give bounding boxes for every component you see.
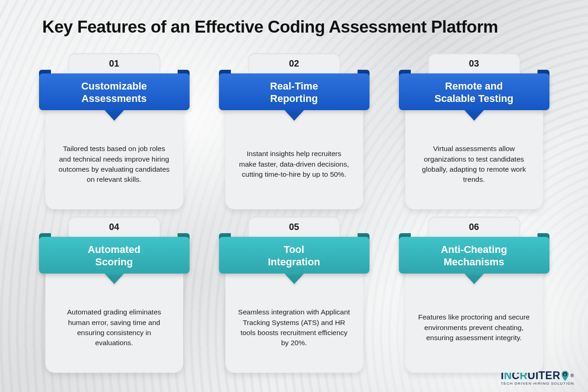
- feature-heading-line2: Reporting: [270, 93, 318, 104]
- feature-heading-line2: Mechanisms: [443, 256, 504, 268]
- feature-ribbon: Tool Integration: [219, 237, 370, 277]
- feature-description: Tailored tests based on job roles and te…: [57, 144, 171, 185]
- feature-heading-line1: Tool: [284, 244, 304, 255]
- feature-number: 02: [248, 53, 340, 73]
- feature-heading: Tool Integration: [219, 237, 370, 274]
- map-pin-bolt-icon: [561, 371, 569, 381]
- feature-heading: Remote and Scalable Testing: [399, 73, 549, 110]
- feature-description: Seamless integration with Applicant Trac…: [237, 307, 351, 348]
- feature-card-01: 01 Tailored tests based on job roles and…: [45, 53, 183, 209]
- feature-heading-line1: Real-Time: [270, 80, 318, 92]
- feature-card-04: 04 Automated grading eliminates human er…: [45, 217, 183, 373]
- chevron-down-icon: [104, 110, 124, 121]
- feature-description: Features like proctoring and secure envi…: [417, 312, 531, 343]
- feature-card-06: 06 Features like proctoring and secure e…: [405, 217, 543, 373]
- brand-tagline: TECH DRIVEN HIRING SOLUTION: [501, 382, 574, 386]
- feature-card-02: 02 Instant insights help recruiters make…: [225, 53, 363, 209]
- feature-heading-line1: Automated: [88, 244, 140, 255]
- feature-ribbon: Anti-Cheating Mechanisms: [399, 237, 549, 277]
- chevron-down-icon: [284, 110, 304, 121]
- feature-heading-line2: Scoring: [95, 256, 133, 268]
- registered-mark: ®: [571, 374, 574, 378]
- feature-number: 05: [248, 217, 340, 237]
- page-title: Key Features of an Effective Coding Asse…: [0, 0, 588, 37]
- feature-ribbon: Automated Scoring: [39, 237, 190, 277]
- feature-grid: 01 Tailored tests based on job roles and…: [0, 53, 588, 373]
- feature-heading-line2: Assessments: [82, 93, 147, 104]
- feature-number: 03: [428, 53, 520, 73]
- chevron-down-icon: [464, 273, 484, 284]
- feature-number: 06: [428, 217, 520, 237]
- feature-heading: Real-Time Reporting: [219, 73, 370, 110]
- feature-number: 01: [68, 53, 160, 73]
- feature-card-03: 03 Virtual assessments allow organizatio…: [405, 53, 543, 209]
- feature-description: Automated grading eliminates human error…: [57, 307, 171, 348]
- feature-card-05: 05 Seamless integration with Applicant T…: [225, 217, 363, 373]
- chevron-down-icon: [284, 273, 304, 284]
- feature-heading: Anti-Cheating Mechanisms: [399, 237, 549, 274]
- feature-heading-line1: Customizable: [81, 80, 147, 92]
- feature-description: Virtual assessments allow organizations …: [417, 144, 531, 185]
- feature-heading-line2: Scalable Testing: [435, 93, 514, 104]
- feature-ribbon: Real-Time Reporting: [219, 73, 370, 114]
- feature-ribbon: Remote and Scalable Testing: [399, 73, 549, 114]
- feature-heading: Customizable Assessments: [39, 73, 190, 110]
- feature-heading-line2: Integration: [268, 256, 320, 268]
- feature-heading-line1: Remote and: [445, 80, 503, 92]
- feature-description: Instant insights help recruiters make fa…: [237, 149, 351, 179]
- feature-heading: Automated Scoring: [39, 237, 190, 274]
- chevron-down-icon: [464, 110, 484, 121]
- feature-ribbon: Customizable Assessments: [39, 73, 190, 114]
- feature-number: 04: [68, 217, 160, 237]
- chevron-down-icon: [104, 273, 124, 284]
- feature-heading-line1: Anti-Cheating: [441, 244, 507, 255]
